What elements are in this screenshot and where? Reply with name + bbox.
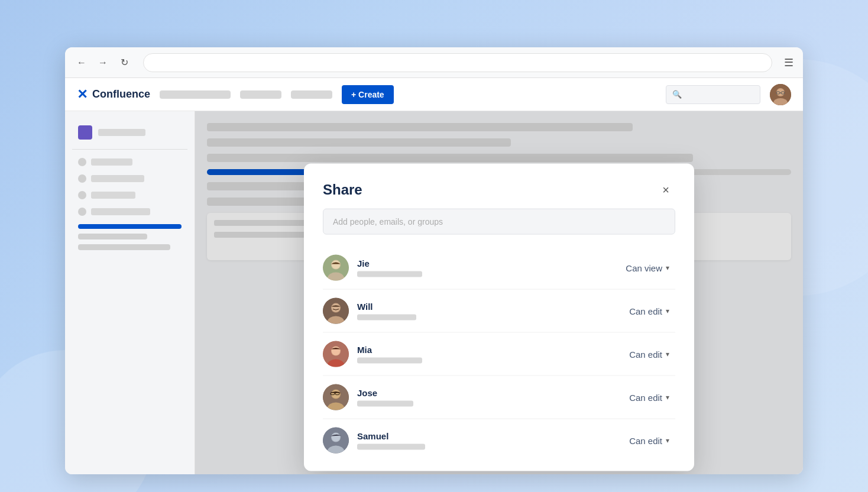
sidebar-home-icon — [78, 125, 92, 140]
refresh-button[interactable]: ↻ — [117, 57, 131, 68]
permission-dropdown-jose[interactable]: Can edit ▾ — [623, 389, 675, 406]
nav-placeholder-2 — [240, 90, 281, 99]
permission-label-jose: Can edit — [629, 392, 662, 402]
sidebar-label-3 — [91, 192, 135, 199]
sidebar-sub-item-4[interactable] — [72, 204, 187, 219]
modal-overlay: Share × — [195, 111, 803, 474]
person-row-jose: Jose Can edit ▾ — [323, 376, 675, 419]
nav-placeholder-1 — [160, 90, 231, 99]
person-name-will: Will — [357, 302, 615, 312]
svg-point-15 — [332, 304, 340, 312]
person-info-jie: Jie — [357, 258, 611, 277]
sidebar — [65, 111, 195, 474]
person-name-samuel: Samuel — [357, 431, 615, 441]
search-icon: 🔍 — [672, 90, 682, 99]
close-button[interactable]: × — [656, 180, 675, 199]
sidebar-home-label — [98, 129, 145, 136]
confluence-logo-text: Confluence — [92, 88, 150, 101]
url-bar[interactable] — [143, 53, 772, 72]
sidebar-sub-item-2[interactable] — [72, 171, 187, 186]
person-info-jose: Jose — [357, 388, 615, 407]
person-row-mia: Mia Can edit ▾ — [323, 333, 675, 376]
nav-placeholder-3 — [291, 90, 332, 99]
permission-label-will: Can edit — [629, 306, 662, 316]
user-avatar[interactable] — [770, 84, 791, 105]
sidebar-dot-2 — [78, 174, 86, 183]
person-subtitle-jie — [357, 271, 422, 277]
sidebar-dot-1 — [78, 158, 86, 166]
person-name-mia: Mia — [357, 345, 615, 355]
chevron-down-icon-samuel: ▾ — [666, 436, 669, 445]
permission-label-samuel: Can edit — [629, 435, 662, 445]
forward-button[interactable]: → — [96, 57, 110, 68]
chevron-down-icon-will: ▾ — [666, 307, 669, 315]
permission-dropdown-will[interactable]: Can edit ▾ — [623, 302, 675, 319]
svg-point-30 — [332, 433, 340, 442]
browser-window: ← → ↻ ☰ ✕ Confluence + Create 🔍 — [65, 47, 803, 474]
app-body: Share × — [65, 111, 803, 474]
main-content: Share × — [195, 111, 803, 474]
chevron-down-icon-mia: ▾ — [666, 350, 669, 358]
sidebar-dot-4 — [78, 208, 86, 216]
person-row-will: Will Can edit ▾ — [323, 290, 675, 333]
avatar-jose — [323, 384, 349, 410]
person-row-jie: Jie Can view ▾ — [323, 247, 675, 290]
avatar-mia — [323, 341, 349, 367]
svg-point-3 — [777, 89, 784, 96]
sidebar-sub-item-3[interactable] — [72, 187, 187, 203]
person-subtitle-will — [357, 315, 416, 321]
browser-menu-icon[interactable]: ☰ — [784, 56, 793, 69]
person-subtitle-samuel — [357, 444, 425, 450]
modal-title: Share — [323, 182, 362, 198]
person-subtitle-mia — [357, 358, 422, 364]
modal-body: Jie Can view ▾ — [304, 209, 694, 471]
person-info-will: Will — [357, 302, 615, 321]
person-row-samuel: Samuel Can edit ▾ — [323, 419, 675, 462]
sidebar-label-2 — [91, 175, 144, 182]
sidebar-divider — [72, 149, 187, 150]
permission-dropdown-mia[interactable]: Can edit ▾ — [623, 345, 675, 362]
sidebar-label-4 — [91, 208, 150, 215]
avatar-samuel — [323, 428, 349, 454]
sidebar-sub-item-1[interactable] — [72, 154, 187, 170]
sidebar-item-home[interactable] — [72, 121, 187, 144]
permission-label-jie: Can view — [626, 263, 662, 273]
person-name-jie: Jie — [357, 258, 611, 268]
share-search-input[interactable] — [323, 209, 675, 235]
person-info-mia: Mia — [357, 345, 615, 364]
app-navbar: ✕ Confluence + Create 🔍 — [65, 78, 803, 111]
person-name-jose: Jose — [357, 388, 615, 398]
sidebar-active-indicator — [78, 224, 182, 229]
permission-label-mia: Can edit — [629, 349, 662, 359]
back-button[interactable]: ← — [75, 57, 89, 68]
sidebar-label-5 — [78, 234, 147, 239]
chevron-down-icon-jie: ▾ — [666, 264, 669, 272]
svg-point-23 — [332, 390, 340, 399]
confluence-logo: ✕ Confluence — [77, 87, 150, 102]
svg-point-10 — [332, 261, 340, 269]
share-modal: Share × — [304, 164, 694, 471]
confluence-x-icon: ✕ — [77, 87, 88, 102]
chevron-down-icon-jose: ▾ — [666, 393, 669, 402]
create-button[interactable]: + Create — [342, 85, 394, 104]
browser-toolbar: ← → ↻ ☰ — [65, 47, 803, 78]
sidebar-dot-3 — [78, 191, 86, 199]
avatar-jie — [323, 255, 349, 281]
permission-dropdown-samuel[interactable]: Can edit ▾ — [623, 432, 675, 449]
person-subtitle-jose — [357, 401, 413, 407]
sidebar-label-6 — [78, 244, 170, 250]
person-info-samuel: Samuel — [357, 431, 615, 450]
sidebar-label-1 — [91, 158, 132, 166]
permission-dropdown-jie[interactable]: Can view ▾ — [620, 259, 675, 276]
modal-header: Share × — [304, 164, 694, 209]
search-bar[interactable]: 🔍 — [666, 85, 760, 104]
people-list: Jie Can view ▾ — [323, 247, 675, 462]
avatar-will — [323, 298, 349, 324]
